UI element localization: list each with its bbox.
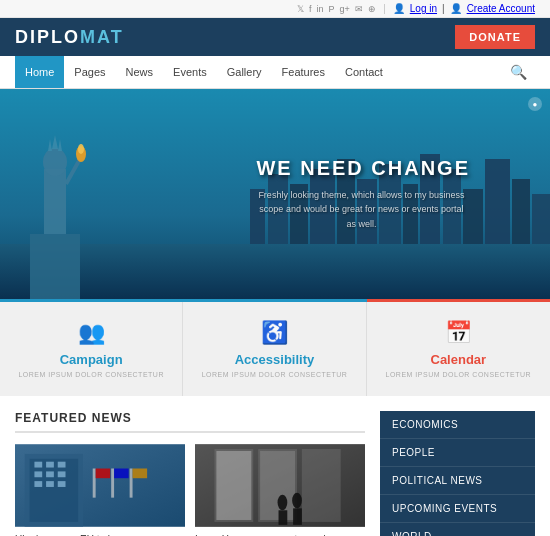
news-card-1: Ukraine urges EU to keep up sa xyxy=(15,443,185,536)
news-image-1 xyxy=(15,443,185,528)
svg-rect-40 xyxy=(114,469,129,479)
login-area: 👤 Log in | 👤 Create Account xyxy=(393,3,535,14)
nav-item-pages[interactable]: Pages xyxy=(64,56,115,88)
categories-box: ECONOMICS PEOPLE POLITICAL NEWS UPCOMING… xyxy=(380,411,535,536)
svg-rect-48 xyxy=(216,451,251,520)
category-world[interactable]: WORLD xyxy=(380,523,535,536)
news-grid: Ukraine urges EU to keep up sa xyxy=(15,443,365,536)
features-row: 👥 Campaign LOREM IPSUM DOLOR CONSECTETUR… xyxy=(0,299,550,396)
twitter-icon[interactable]: 𝕏 xyxy=(297,4,304,14)
category-upcoming-events[interactable]: UPCOMING EVENTS xyxy=(380,495,535,523)
nav-item-home[interactable]: Home xyxy=(15,56,64,88)
feature-calendar: 📅 Calendar LOREM IPSUM DOLOR CONSECTETUR xyxy=(367,299,550,396)
svg-point-24 xyxy=(78,144,84,154)
category-political-news[interactable]: POLITICAL NEWS xyxy=(380,467,535,495)
navbar: Home Pages News Events Gallery Features … xyxy=(0,56,550,89)
accessibility-title: Accessibility xyxy=(193,352,355,367)
main-content: FEATURED NEWS xyxy=(15,411,380,536)
svg-rect-13 xyxy=(485,159,510,244)
news-card-2: Isaac Herzog says party won' xyxy=(195,443,365,536)
svg-rect-38 xyxy=(96,469,111,479)
svg-rect-30 xyxy=(58,462,66,468)
hero-section: WE NEED CHANGE Freshly looking theme, wh… xyxy=(0,89,550,299)
pinterest-icon[interactable]: P xyxy=(328,4,334,14)
person-icon-2: 👤 xyxy=(450,3,462,14)
svg-rect-51 xyxy=(279,510,288,525)
svg-rect-53 xyxy=(293,508,302,525)
rss-icon[interactable]: ⊕ xyxy=(368,4,376,14)
svg-rect-32 xyxy=(46,471,54,477)
svg-rect-37 xyxy=(93,469,96,498)
create-account-link[interactable]: Create Account xyxy=(467,3,535,14)
nav-items: Home Pages News Events Gallery Features … xyxy=(15,56,393,88)
linkedin-icon[interactable]: in xyxy=(316,4,323,14)
svg-rect-39 xyxy=(111,469,114,498)
googleplus-icon[interactable]: g+ xyxy=(340,4,350,14)
svg-rect-41 xyxy=(130,469,133,498)
svg-rect-14 xyxy=(512,179,530,244)
hero-subtitle: Freshly looking theme, which allows to m… xyxy=(256,188,466,231)
hero-control[interactable]: ● xyxy=(528,97,542,111)
nav-item-events[interactable]: Events xyxy=(163,56,217,88)
svg-rect-29 xyxy=(46,462,54,468)
logo-text: DIPLO xyxy=(15,27,80,47)
accessibility-text: LOREM IPSUM DOLOR CONSECTETUR xyxy=(193,371,355,378)
content-area: FEATURED NEWS xyxy=(0,396,550,536)
svg-rect-16 xyxy=(30,234,80,299)
svg-point-52 xyxy=(292,493,302,509)
separator-dot: | xyxy=(442,3,445,14)
nav-item-contact[interactable]: Contact xyxy=(335,56,393,88)
svg-rect-28 xyxy=(34,462,42,468)
news-svg-1 xyxy=(15,443,185,528)
search-icon[interactable]: 🔍 xyxy=(502,56,535,88)
email-icon[interactable]: ✉ xyxy=(355,4,363,14)
svg-rect-42 xyxy=(133,469,148,479)
campaign-icon: 👥 xyxy=(10,320,172,346)
svg-rect-49 xyxy=(260,451,295,520)
top-social-bar: 𝕏 f in P g+ ✉ ⊕ 👤 Log in | 👤 Create Acco… xyxy=(0,0,550,18)
feature-accessibility: ♿ Accessibility LOREM IPSUM DOLOR CONSEC… xyxy=(183,299,366,396)
svg-rect-33 xyxy=(58,471,66,477)
svg-rect-47 xyxy=(302,449,341,522)
feature-campaign: 👥 Campaign LOREM IPSUM DOLOR CONSECTETUR xyxy=(0,299,183,396)
campaign-text: LOREM IPSUM DOLOR CONSECTETUR xyxy=(10,371,172,378)
svg-rect-35 xyxy=(46,481,54,487)
hero-content: WE NEED CHANGE Freshly looking theme, wh… xyxy=(256,157,470,231)
donate-button[interactable]: DONATE xyxy=(455,25,535,49)
header: DIPLOMAT DONATE xyxy=(0,18,550,56)
svg-rect-15 xyxy=(532,194,550,244)
logo: DIPLOMAT xyxy=(15,27,124,48)
nav-item-gallery[interactable]: Gallery xyxy=(217,56,272,88)
svg-point-18 xyxy=(43,148,67,176)
news-image-2 xyxy=(195,443,365,528)
sidebar: ECONOMICS PEOPLE POLITICAL NEWS UPCOMING… xyxy=(380,411,535,536)
nav-item-news[interactable]: News xyxy=(116,56,164,88)
person-icon: 👤 xyxy=(393,3,405,14)
svg-rect-31 xyxy=(34,471,42,477)
hero-title: WE NEED CHANGE xyxy=(256,157,470,180)
header-actions: DONATE xyxy=(455,25,535,49)
control-icon: ● xyxy=(533,100,538,109)
svg-point-50 xyxy=(278,495,288,511)
svg-rect-17 xyxy=(44,169,66,234)
calendar-icon: 📅 xyxy=(377,320,540,346)
calendar-text: LOREM IPSUM DOLOR CONSECTETUR xyxy=(377,371,540,378)
news-svg-2 xyxy=(195,443,365,528)
nav-item-features[interactable]: Features xyxy=(272,56,335,88)
category-people[interactable]: PEOPLE xyxy=(380,439,535,467)
svg-rect-36 xyxy=(58,481,66,487)
facebook-icon[interactable]: f xyxy=(309,4,312,14)
campaign-title: Campaign xyxy=(10,352,172,367)
svg-rect-27 xyxy=(30,459,79,522)
separator xyxy=(384,4,385,14)
svg-rect-1 xyxy=(0,244,550,299)
accessibility-icon: ♿ xyxy=(193,320,355,346)
logo-accent: MAT xyxy=(80,27,124,47)
featured-news-title: FEATURED NEWS xyxy=(15,411,365,433)
calendar-title: Calendar xyxy=(377,352,540,367)
svg-rect-34 xyxy=(34,481,42,487)
login-link[interactable]: Log in xyxy=(410,3,437,14)
category-economics[interactable]: ECONOMICS xyxy=(380,411,535,439)
